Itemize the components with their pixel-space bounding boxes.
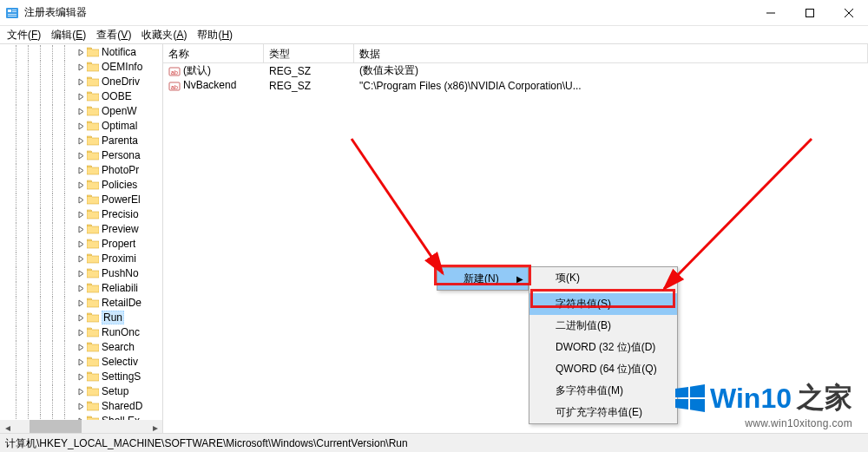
- status-bar: 计算机\HKEY_LOCAL_MACHINE\SOFTWARE\Microsof…: [0, 433, 868, 452]
- expand-icon[interactable]: [76, 372, 86, 382]
- expand-icon[interactable]: [76, 62, 86, 72]
- expand-icon[interactable]: [76, 254, 86, 264]
- tree-item[interactable]: Proximi: [3, 252, 162, 265]
- ctx-binary[interactable]: 二进制值(B): [529, 315, 677, 337]
- expand-icon[interactable]: [76, 343, 86, 352]
- close-button[interactable]: [829, 0, 868, 26]
- expand-icon[interactable]: [76, 328, 86, 337]
- tree-scroll[interactable]: NotificaOEMInfoOneDrivOOBEOpenWOptimalPa…: [0, 44, 162, 420]
- tree-item[interactable]: OOBE: [3, 89, 162, 103]
- expand-icon[interactable]: [76, 48, 86, 57]
- expand-icon[interactable]: [76, 402, 86, 411]
- tree-label: Search: [102, 341, 135, 353]
- tree-item[interactable]: Notifica: [3, 45, 162, 59]
- expand-icon[interactable]: [76, 92, 86, 102]
- tree-item[interactable]: Policies: [3, 178, 162, 192]
- tree-item[interactable]: Parenta: [3, 134, 162, 147]
- tree-item[interactable]: RetailDe: [3, 296, 162, 310]
- tree-item[interactable]: SharedD: [3, 399, 162, 413]
- ctx-key[interactable]: 项(K): [529, 267, 677, 289]
- tree-item[interactable]: PushNo: [3, 266, 162, 280]
- expand-icon[interactable]: [76, 357, 86, 367]
- tree-item[interactable]: Selectiv: [3, 355, 162, 369]
- expand-icon[interactable]: [76, 269, 86, 278]
- tree-horizontal-scrollbar[interactable]: ◂ ▸: [0, 420, 162, 433]
- list-body[interactable]: ab(默认)REG_SZ(数值未设置)abNvBackendREG_SZ"C:\…: [163, 63, 868, 433]
- tree-label: Selectiv: [102, 356, 138, 368]
- watermark-url: www.win10xitong.com: [675, 417, 852, 429]
- tree-item[interactable]: Precisio: [3, 207, 162, 221]
- menu-help[interactable]: 帮助(H): [194, 26, 236, 44]
- menu-bar: 文件(F) 编辑(E) 查看(V) 收藏夹(A) 帮助(H): [0, 26, 868, 43]
- tree-label: Propert: [102, 238, 135, 250]
- tree-label: Shell Ex: [102, 415, 140, 420]
- tree-item[interactable]: Setup: [3, 384, 162, 398]
- scroll-right-icon[interactable]: ▸: [148, 420, 162, 433]
- tree-item[interactable]: Run: [3, 311, 162, 324]
- expand-icon[interactable]: [76, 210, 86, 219]
- tree-item[interactable]: Optimal: [3, 119, 162, 133]
- ctx-new-label: 新建(N): [464, 272, 499, 286]
- tree-label: Optimal: [102, 120, 137, 132]
- tree-item[interactable]: Propert: [3, 237, 162, 251]
- expand-icon[interactable]: [76, 166, 86, 175]
- expand-icon[interactable]: [76, 107, 86, 116]
- svg-rect-3: [12, 11, 16, 12]
- tree-item[interactable]: Preview: [3, 222, 162, 236]
- ctx-dword[interactable]: DWORD (32 位)值(D): [529, 337, 677, 358]
- ctx-new[interactable]: 新建(N) ▶: [437, 268, 528, 290]
- expand-icon[interactable]: [76, 387, 86, 396]
- menu-file[interactable]: 文件(F): [3, 26, 44, 44]
- tree-item[interactable]: PowerEl: [3, 193, 162, 206]
- tree-item[interactable]: Shell Ex: [3, 414, 162, 420]
- expand-icon[interactable]: [76, 121, 86, 131]
- tree-label: OOBE: [102, 90, 132, 102]
- menu-view[interactable]: 查看(V): [93, 26, 135, 44]
- scroll-thumb[interactable]: [30, 420, 82, 433]
- tree-item[interactable]: OEMInfo: [3, 60, 162, 74]
- column-data[interactable]: 数据: [354, 44, 868, 62]
- tree-item[interactable]: Persona: [3, 148, 162, 162]
- ctx-multi[interactable]: 多字符串值(M): [529, 380, 677, 402]
- tree-item[interactable]: SettingS: [3, 370, 162, 383]
- tree-label: Notifica: [102, 46, 136, 58]
- expand-icon[interactable]: [76, 77, 86, 87]
- windows-logo-icon: [675, 383, 705, 413]
- tree-item[interactable]: RunOnc: [3, 325, 162, 339]
- expand-icon[interactable]: [76, 239, 86, 249]
- tree-item[interactable]: Search: [3, 340, 162, 354]
- expand-icon[interactable]: [76, 195, 86, 205]
- expand-icon[interactable]: [76, 136, 86, 146]
- tree-label: PowerEl: [102, 193, 141, 206]
- ctx-string[interactable]: 字符串值(S): [529, 293, 677, 315]
- maximize-button[interactable]: [790, 0, 829, 26]
- list-row[interactable]: abNvBackendREG_SZ"C:\Program Files (x86)…: [163, 78, 868, 93]
- tree-item[interactable]: Reliabili: [3, 281, 162, 295]
- list-row[interactable]: ab(默认)REG_SZ(数值未设置): [163, 63, 868, 78]
- cell-type: REG_SZ: [264, 80, 354, 92]
- svg-rect-5: [8, 16, 16, 16]
- minimize-button[interactable]: [751, 0, 790, 26]
- tree-label: PushNo: [102, 267, 139, 279]
- menu-favorites[interactable]: 收藏夹(A): [138, 26, 190, 44]
- tree-item[interactable]: OpenW: [3, 104, 162, 118]
- menu-edit[interactable]: 编辑(E): [48, 26, 89, 44]
- expand-icon[interactable]: [76, 284, 86, 293]
- ctx-expand[interactable]: 可扩充字符串值(E): [529, 402, 677, 423]
- column-name[interactable]: 名称: [163, 44, 264, 62]
- expand-icon[interactable]: [76, 180, 86, 190]
- tree-label: OEMInfo: [102, 61, 142, 73]
- tree-item[interactable]: PhotoPr: [3, 163, 162, 177]
- column-type[interactable]: 类型: [264, 44, 354, 62]
- tree-item[interactable]: OneDriv: [3, 75, 162, 88]
- watermark: Win10之家 www.win10xitong.com: [675, 379, 852, 429]
- expand-icon[interactable]: [76, 225, 86, 234]
- list-header: 名称 类型 数据: [163, 44, 868, 63]
- expand-icon[interactable]: [76, 313, 86, 323]
- expand-icon[interactable]: [76, 151, 86, 160]
- scroll-left-icon[interactable]: ◂: [0, 420, 15, 433]
- ctx-qword[interactable]: QWORD (64 位)值(Q): [529, 358, 677, 380]
- expand-icon[interactable]: [76, 298, 86, 308]
- tree-label: SettingS: [102, 370, 141, 383]
- svg-rect-1: [8, 10, 11, 12]
